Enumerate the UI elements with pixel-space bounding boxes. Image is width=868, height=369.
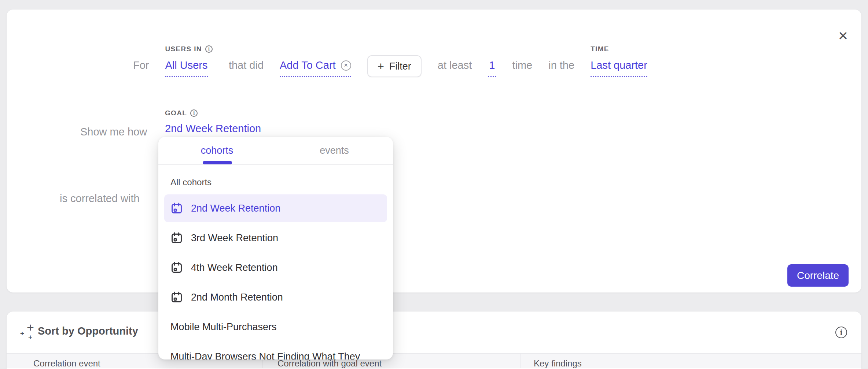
time-label: TIME — [591, 44, 609, 54]
column-divider — [521, 354, 521, 368]
cohort-option-label: 2nd Week Retention — [191, 203, 280, 214]
calendar-icon — [170, 291, 183, 303]
calendar-icon — [170, 202, 183, 215]
at-least-text: at least — [438, 59, 472, 77]
users-in-label-text: USERS IN — [165, 45, 202, 53]
info-icon[interactable]: i — [190, 109, 198, 117]
close-button[interactable]: ✕ — [833, 26, 853, 46]
segment-at-least: at least — [438, 59, 472, 77]
goal-label-text: GOAL — [165, 109, 187, 117]
calendar-icon — [170, 261, 183, 274]
sparkle-plus-bottom: + — [28, 333, 32, 340]
cohort-option[interactable]: 4th Week Retention — [164, 254, 387, 282]
times-count-selector[interactable]: 1 — [488, 59, 496, 77]
cohort-option-label: Multi-Day Browsers Not Finding What They — [170, 351, 360, 360]
active-tab-indicator — [203, 161, 232, 164]
column-header-key-findings: Key findings — [534, 358, 582, 369]
sparkle-plus-left: + — [20, 330, 24, 337]
tab-events[interactable]: events — [276, 137, 393, 164]
info-icon[interactable]: i — [205, 45, 213, 53]
column-header-correlation-event: Correlation event — [33, 358, 100, 369]
cohort-option[interactable]: 3rd Week Retention — [164, 224, 387, 252]
cohort-option-label: 2nd Month Retention — [191, 292, 283, 303]
plus-icon: + — [378, 61, 384, 72]
segment-in-the: in the — [548, 59, 574, 77]
is-correlated-with-text: is correlated with — [60, 193, 140, 205]
goal-label: GOAL i — [165, 109, 198, 117]
cohort-option-label: 4th Week Retention — [191, 262, 278, 273]
segment-count: 1 — [488, 59, 496, 77]
event-selector-label: Add To Cart — [280, 59, 336, 72]
query-sentence: For USERS IN i All Users that did Add To… — [133, 44, 647, 77]
cohort-option-label: 3rd Week Retention — [191, 232, 278, 244]
remove-event-icon[interactable]: ✕ — [341, 60, 351, 71]
cohort-list: 2nd Week Retention3rd Week Retention4th … — [158, 194, 393, 359]
results-info-button[interactable]: i — [831, 323, 851, 342]
event-selector[interactable]: Add To Cart ✕ — [280, 59, 351, 77]
results-card: + + + Sort by Opportunity i Correlation … — [7, 312, 861, 369]
time-word-text: time — [512, 59, 532, 77]
segment-audience: USERS IN i All Users — [165, 44, 213, 77]
query-builder-card: ✕ For USERS IN i All Users that did Add … — [7, 10, 861, 292]
info-icon: i — [835, 327, 847, 338]
for-text: For — [133, 59, 149, 77]
cohort-option[interactable]: Mobile Multi-Purchasers — [164, 313, 387, 341]
time-label-text: TIME — [591, 45, 609, 53]
sparkle-plus-big: + — [27, 321, 34, 333]
results-table-header: Correlation event Correlation with goal … — [7, 354, 861, 368]
cohort-option[interactable]: 2nd Week Retention — [164, 194, 387, 222]
segment-event: Add To Cart ✕ — [280, 59, 351, 77]
sort-by-opportunity-label[interactable]: Sort by Opportunity — [38, 325, 138, 337]
cohort-option[interactable]: Multi-Day Browsers Not Finding What They — [164, 343, 387, 359]
segment-time-word: time — [512, 59, 532, 77]
segment-that-did: that did — [229, 59, 264, 77]
segment-for: For — [133, 59, 149, 77]
close-icon: ✕ — [838, 29, 849, 43]
add-filter-button[interactable]: + Filter — [367, 55, 422, 77]
calendar-icon — [170, 232, 183, 244]
show-me-how-text: Show me how — [80, 126, 147, 138]
segment-time-range: TIME Last quarter — [591, 44, 647, 77]
all-cohorts-section-label: All cohorts — [170, 177, 393, 187]
cohort-option[interactable]: 2nd Month Retention — [164, 283, 387, 311]
that-did-text: that did — [229, 59, 264, 77]
column-header-correlation-with-goal: Correlation with goal event — [277, 358, 382, 369]
sparkle-sort-icon: + + + — [20, 323, 38, 342]
tab-cohorts[interactable]: cohorts — [158, 137, 276, 164]
correlate-button[interactable]: Correlate — [787, 264, 849, 287]
audience-selector[interactable]: All Users — [165, 59, 208, 77]
dropdown-tabs: cohorts events — [158, 137, 393, 165]
time-range-selector[interactable]: Last quarter — [591, 59, 647, 77]
users-in-label: USERS IN i — [165, 44, 213, 54]
sort-row: + + + Sort by Opportunity i — [7, 312, 861, 354]
in-the-text: in the — [548, 59, 574, 77]
cohort-option-label: Mobile Multi-Purchasers — [170, 321, 277, 333]
add-filter-label: Filter — [389, 61, 411, 72]
correlate-screen: ✕ For USERS IN i All Users that did Add … — [0, 0, 868, 369]
cohort-picker-dropdown: cohorts events All cohorts 2nd Week Rete… — [158, 137, 393, 359]
